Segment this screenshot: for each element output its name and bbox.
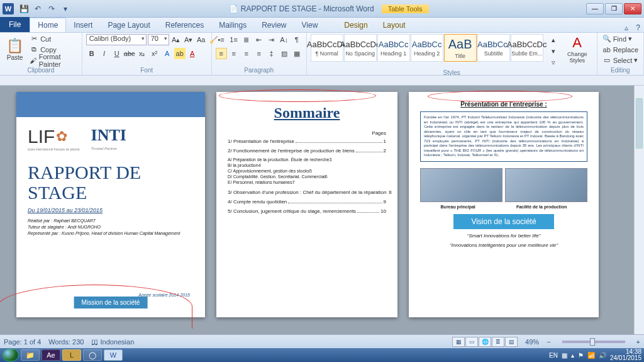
styles-row-down-icon[interactable]: ▾ xyxy=(548,45,559,57)
italic-button[interactable]: I xyxy=(99,48,110,59)
grow-font-button[interactable]: A▴ xyxy=(170,34,182,45)
task-chrome[interactable]: ◯ xyxy=(83,349,102,361)
font-color-button[interactable]: A xyxy=(187,48,198,59)
cut-button[interactable]: ✂Cut xyxy=(28,34,77,43)
status-language[interactable]: 🕮 Indonesian xyxy=(91,338,134,346)
tray-network-icon[interactable]: 📶 xyxy=(587,352,595,359)
tray-clock[interactable]: 14:38 24/01/2015 xyxy=(610,349,641,361)
underline-button[interactable]: U xyxy=(111,48,123,59)
paste-button[interactable]: 📋 Paste xyxy=(4,34,26,64)
replace-button[interactable]: abReplace xyxy=(601,45,640,54)
minimize-ribbon-icon[interactable]: ▵ xyxy=(621,23,632,32)
text-effects-button[interactable]: A xyxy=(162,48,173,59)
styles-row-up-icon[interactable]: ▴ xyxy=(548,34,559,45)
task-explorer[interactable]: 📁 xyxy=(21,349,40,361)
undo-icon[interactable]: ↶ xyxy=(31,3,44,15)
close-button[interactable]: ✕ xyxy=(624,3,641,14)
qat-dropdown-icon[interactable]: ▾ xyxy=(59,3,72,15)
align-center-button[interactable]: ≡ xyxy=(228,48,240,59)
tab-home[interactable]: Home xyxy=(30,18,66,32)
subscript-button[interactable]: x₂ xyxy=(136,48,148,59)
tab-mailings[interactable]: Mailings xyxy=(211,18,254,32)
tray-volume-icon[interactable]: 🔊 xyxy=(599,352,606,359)
bold-button[interactable]: B xyxy=(86,48,97,59)
scrollbar-thumb[interactable] xyxy=(636,98,643,149)
tab-insert[interactable]: Insert xyxy=(66,18,100,32)
change-styles-button[interactable]: A Change Styles xyxy=(562,34,593,64)
task-ae[interactable]: Ae xyxy=(42,349,60,361)
change-case-button[interactable]: Aa xyxy=(196,34,207,45)
decrease-indent-button[interactable]: ⇤ xyxy=(253,34,265,45)
format-painter-button[interactable]: 🖌Format Painter xyxy=(28,55,77,65)
start-button[interactable] xyxy=(3,349,19,361)
highlight-button[interactable]: ab xyxy=(174,48,186,59)
toc-entry: E/ Personnel, relations humaines7 xyxy=(228,180,386,184)
strikethrough-button[interactable]: abc xyxy=(124,48,135,59)
status-words[interactable]: Words: 230 xyxy=(48,338,84,346)
minimize-button[interactable]: — xyxy=(586,3,604,14)
font-name-combo[interactable]: Calibri (Body) xyxy=(86,34,147,45)
vertical-scrollbar[interactable] xyxy=(634,86,644,334)
task-word[interactable]: W xyxy=(104,349,123,361)
status-page[interactable]: Page: 1 of 4 xyxy=(4,338,41,346)
line-spacing-button[interactable]: ‡ xyxy=(266,48,277,59)
tray-up-icon[interactable]: ▴ xyxy=(571,352,574,359)
group-clipboard-label: Clipboard xyxy=(4,65,78,74)
styles-more-icon[interactable]: ▿ xyxy=(548,57,559,68)
find-button[interactable]: 🔍Find ▾ xyxy=(601,34,640,43)
style-subtitle[interactable]: AaBbCc.Subtitle xyxy=(477,34,510,62)
file-tab[interactable]: File xyxy=(0,17,30,32)
tab-review[interactable]: Review xyxy=(254,18,294,32)
help-icon[interactable]: ? xyxy=(632,23,644,32)
numbering-button[interactable]: 1≡ xyxy=(228,34,240,45)
view-draft[interactable]: ▤ xyxy=(505,337,518,347)
borders-button[interactable]: ▦ xyxy=(291,48,303,59)
align-right-button[interactable]: ≡ xyxy=(241,48,252,59)
font-size-combo[interactable]: 70 xyxy=(148,34,169,45)
horizontal-ruler[interactable] xyxy=(0,76,644,86)
zoom-out-button[interactable]: − xyxy=(547,338,550,346)
bullets-button[interactable]: •≡ xyxy=(216,34,227,45)
zoom-thumb[interactable] xyxy=(590,338,595,346)
task-lol[interactable]: L xyxy=(62,349,81,361)
style-no-spacing[interactable]: AaBbCcDcNo Spacing xyxy=(344,34,377,62)
select-button[interactable]: ▭Select ▾ xyxy=(601,55,640,65)
view-full-screen[interactable]: ▭ xyxy=(465,337,478,347)
style-title[interactable]: AaBTitle xyxy=(444,34,477,62)
tray-lang[interactable]: EN xyxy=(549,352,558,359)
style-subtle-em-[interactable]: AaBbCcDcSubtle Em... xyxy=(511,34,543,62)
page-2[interactable]: Sommaire Pages 1/ Présentation de l'entr… xyxy=(216,92,397,317)
page-3[interactable]: Présentation de l'entreprise : Fondée en… xyxy=(409,92,599,317)
tab-layout[interactable]: Layout xyxy=(375,18,413,32)
shading-button[interactable]: ▨ xyxy=(279,48,290,59)
page-1[interactable]: LIF✿ lycée international français de jak… xyxy=(16,92,205,317)
paste-label: Paste xyxy=(7,54,23,61)
zoom-level[interactable]: 49% xyxy=(525,338,539,346)
style--normal[interactable]: AaBbCcDc¶ Normal xyxy=(311,34,343,62)
redo-icon[interactable]: ↷ xyxy=(45,3,58,15)
zoom-slider[interactable] xyxy=(562,341,625,343)
save-icon[interactable]: 💾 xyxy=(18,3,30,15)
shrink-font-button[interactable]: A▾ xyxy=(183,34,194,45)
increase-indent-button[interactable]: ⇥ xyxy=(266,34,277,45)
tab-page-layout[interactable]: Page Layout xyxy=(100,18,157,32)
show-marks-button[interactable]: ¶ xyxy=(291,34,303,45)
tray-action-center-icon[interactable]: ⚑ xyxy=(578,352,584,359)
style-heading-2[interactable]: AaBbCcHeading 2 xyxy=(411,34,443,62)
maximize-button[interactable]: ❐ xyxy=(605,3,623,14)
tab-design[interactable]: Design xyxy=(336,18,375,32)
view-print-layout[interactable]: ▦ xyxy=(452,337,465,347)
view-web-layout[interactable]: 🌐 xyxy=(479,337,491,347)
zoom-in-button[interactable]: + xyxy=(636,338,640,346)
tab-references[interactable]: References xyxy=(158,18,211,32)
align-left-button[interactable]: ≡ xyxy=(216,48,227,59)
tray-flag-icon[interactable]: ▦ xyxy=(562,352,567,359)
tab-view[interactable]: View xyxy=(294,18,326,32)
system-tray[interactable]: EN ▦ ▴ ⚑ 📶 🔊 14:38 24/01/2015 xyxy=(549,349,641,361)
superscript-button[interactable]: x² xyxy=(149,48,160,59)
multilevel-button[interactable]: ≣ xyxy=(241,34,252,45)
style-heading-1[interactable]: AaBbCcHeading 1 xyxy=(377,34,410,62)
sort-button[interactable]: A↓ xyxy=(279,34,290,45)
justify-button[interactable]: ≡ xyxy=(253,48,265,59)
view-outline[interactable]: ≣ xyxy=(492,337,504,347)
